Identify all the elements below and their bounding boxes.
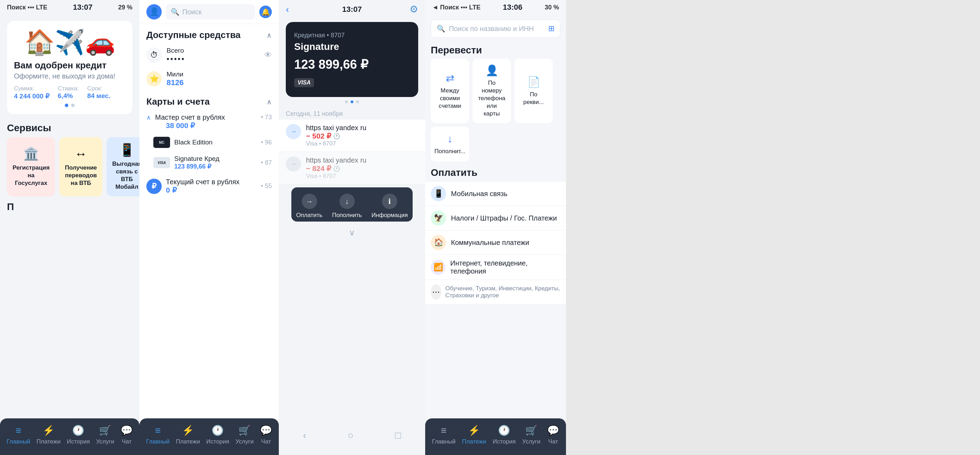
status-bar-4: ◄ Поиск ▪▪▪ LTE 13:06 30 %: [425, 0, 566, 13]
screen-accounts: 👤 🔍 Поиск 🔔 Доступные средства ∧ ⏱ Всего…: [139, 0, 279, 455]
nav-services-4[interactable]: 🛒 Услуги: [522, 425, 541, 445]
screen-payments: ◄ Поиск ▪▪▪ LTE 13:06 30 % 🔍 Поиск по на…: [425, 0, 566, 455]
tx-info-2: https taxi yandex ru − 824 ₽ 🕐 Visa • 87…: [306, 156, 418, 180]
back-nav-button[interactable]: ‹: [303, 430, 306, 441]
user-avatar[interactable]: 👤: [146, 4, 162, 19]
card-balance: 123 899,66 ₽: [294, 57, 410, 72]
status-bar-1: Поиск ▪▪▪ LTE 13:07 29 %: [0, 0, 139, 13]
search-box[interactable]: 🔍 Поиск: [166, 4, 255, 19]
search-placeholder: Поиск: [182, 8, 201, 16]
mobile-icon: 📱: [119, 143, 135, 157]
between-accounts-icon: ⇄: [446, 72, 455, 84]
nav-payments-1[interactable]: ⚡ Платежи: [37, 425, 60, 445]
balance-info: Всего •••••: [167, 47, 259, 64]
nav-history-4[interactable]: 🕐 История: [493, 425, 516, 445]
transfer-by-phone[interactable]: 👤 По номеру телефона или карты: [473, 59, 511, 123]
chevron-up-icon[interactable]: ∧: [267, 31, 272, 40]
nav-services-2[interactable]: 🛒 Услуги: [235, 425, 254, 445]
dot-1: [65, 104, 68, 107]
utilities-pay-label: Коммунальные платежи: [451, 239, 529, 247]
signature-account[interactable]: VISA Signature Кред 123 899,66 ₽ • 87: [139, 152, 279, 174]
pay-internet[interactable]: 📶 Интернет, телевидение, телефония: [425, 255, 566, 279]
nav-home-1[interactable]: ≡ Главный: [6, 425, 30, 445]
pay-taxes[interactable]: 🦅 Налоги / Штрафы / Гос. Платежи: [425, 206, 566, 230]
cards-section-header: Карты и счета ∧: [139, 91, 279, 110]
nav-chat-4[interactable]: 💬 Чат: [547, 425, 559, 445]
service-card-mobile[interactable]: 📱 Выгодная связь с ВТБ Мобайл: [107, 137, 139, 196]
master-account-number: • 73: [261, 114, 272, 121]
back-button[interactable]: ‹: [286, 4, 289, 15]
chat-icon-4: 💬: [547, 425, 559, 436]
transaction-item-1[interactable]: → https taxi yandex ru − 502 ₽ 🕐 Visa • …: [279, 120, 425, 152]
nav-chat-2[interactable]: 💬 Чат: [260, 425, 272, 445]
tx-time-icon-1: 🕐: [333, 133, 340, 140]
info-action-button[interactable]: ℹ Информация: [372, 194, 408, 219]
eye-icon[interactable]: 👁: [264, 51, 272, 60]
between-accounts-label: Между своими счетами: [436, 87, 463, 110]
transaction-item-2[interactable]: → https taxi yandex ru − 824 ₽ 🕐 Visa • …: [279, 152, 425, 184]
topup-action-button[interactable]: ↓ Пополнить: [332, 194, 362, 219]
nav-chat-1[interactable]: 💬 Чат: [121, 425, 133, 445]
pay-mobile[interactable]: 📱 Мобильная связь: [425, 182, 566, 206]
nav-home-4[interactable]: ≡ Главный: [432, 425, 455, 445]
bottom-nav-2: ≡ Главный ⚡ Платежи 🕐 История 🛒 Услуги 💬…: [139, 418, 279, 455]
master-account-header: ∧ Мастер счет в рублях • 73: [146, 113, 272, 121]
master-account-amount: 38 000 ₽: [146, 121, 272, 130]
search-placeholder-4: Поиск по названию и ИНН: [449, 25, 545, 33]
nav-home-2[interactable]: ≡ Главный: [146, 425, 170, 445]
tx-avatar-1: →: [286, 124, 301, 139]
pay-action-button[interactable]: → Оплатить: [296, 194, 322, 219]
pay-utilities[interactable]: 🏠 Коммунальные платежи: [425, 231, 566, 254]
signature-name: Signature Кред: [174, 155, 257, 163]
chat-icon-2: 💬: [260, 425, 272, 436]
notifications-button[interactable]: 🔔: [259, 6, 272, 18]
history-icon-2: 🕐: [212, 425, 224, 436]
promo-card[interactable]: 🏠✈️🚗 Вам одобрен кредит Оформите, не вых…: [7, 21, 132, 114]
miles-label: Мили: [167, 70, 272, 78]
qr-icon-4[interactable]: ⊞: [548, 24, 554, 33]
recents-nav-button[interactable]: □: [395, 430, 401, 441]
tx-info-1: https taxi yandex ru − 502 ₽ 🕐 Visa • 87…: [306, 124, 418, 147]
screen4-scroll: 🔍 Поиск по названию и ИНН ⊞ Перевести ⇄ …: [425, 13, 566, 451]
transfer-topup[interactable]: ↓ Пополнит...: [431, 127, 469, 161]
more-icon: ⋯: [431, 284, 441, 300]
expand-chevron[interactable]: ∨: [279, 225, 425, 240]
tx-merchant-2: https taxi yandex ru: [306, 156, 418, 164]
chevron-up-icon-2[interactable]: ∧: [267, 98, 272, 106]
status-time-1: 13:07: [73, 3, 92, 12]
internet-pay-label: Интернет, телевидение, телефония: [450, 259, 560, 275]
service-card-transfers[interactable]: ↔️ Получение переводов на ВТБ: [59, 137, 102, 196]
nav-history-2[interactable]: 🕐 История: [206, 425, 229, 445]
balance-row: ⏱ Всего ••••• 👁: [139, 43, 279, 67]
promo-rate: Ставка: 6,4%: [58, 85, 79, 100]
card-dot-1: [345, 101, 348, 103]
nav-payments-4[interactable]: ⚡ Платежи: [462, 425, 486, 445]
balance-dots: •••••: [167, 54, 259, 64]
by-phone-icon: 👤: [485, 64, 498, 77]
nav-payments-2[interactable]: ⚡ Платежи: [176, 425, 200, 445]
black-edition-account[interactable]: MC Black Edition • 96: [139, 133, 279, 152]
home-nav-button[interactable]: ○: [348, 430, 354, 441]
tx-merchant-1: https taxi yandex ru: [306, 124, 366, 132]
dot-2: [71, 104, 75, 107]
service-label-gosuslugi: Регистрация на Госуслугах: [13, 164, 49, 187]
pay-action-label: Оплатить: [296, 212, 322, 219]
tx-card-1: Visa • 8707: [306, 140, 366, 147]
service-card-gosuslugi[interactable]: 🏛️ Регистрация на Госуслугах: [7, 137, 55, 196]
master-account[interactable]: ∧ Мастер счет в рублях • 73 38 000 ₽: [139, 110, 279, 133]
nav-services-1[interactable]: 🛒 Услуги: [96, 425, 114, 445]
promo-dots: [14, 104, 126, 107]
search-input-4[interactable]: 🔍 Поиск по названию и ИНН ⊞: [431, 19, 560, 38]
settings-button[interactable]: ⚙: [409, 3, 418, 15]
status-time-4: 13:06: [503, 3, 522, 12]
tx-card-2: Visa • 8707: [306, 173, 418, 180]
transfer-between-accounts[interactable]: ⇄ Между своими счетами: [431, 59, 469, 123]
status-network-1: Поиск ▪▪▪ LTE: [7, 4, 48, 11]
transfer-by-requisites[interactable]: 📄 По рекви...: [514, 59, 553, 123]
services-title: Сервисы: [0, 118, 139, 137]
tx-amount-1: − 502 ₽: [306, 132, 331, 140]
current-account[interactable]: ₽ Текущий счет в рублях 0 ₽ • 55: [139, 174, 279, 198]
nav-history-1[interactable]: 🕐 История: [67, 425, 90, 445]
available-funds-title: Доступные средства: [146, 30, 240, 40]
promo-term: Срок: 84 мес.: [87, 85, 110, 100]
